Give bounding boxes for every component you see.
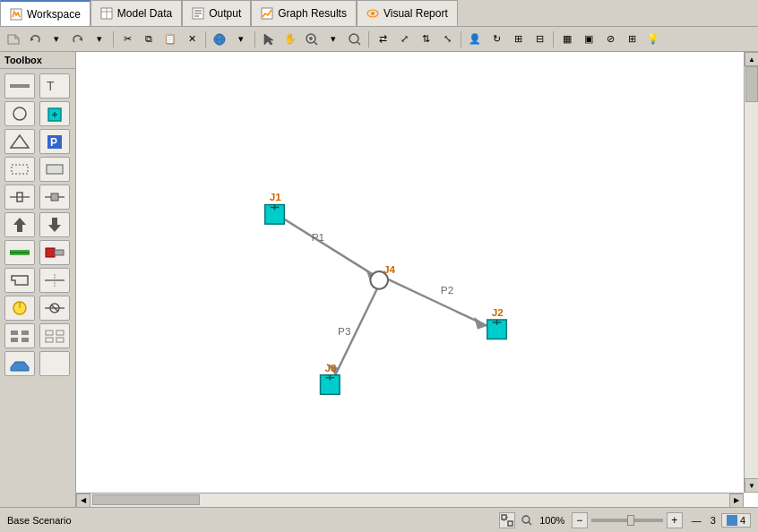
svg-rect-43 bbox=[55, 250, 64, 255]
svg-text:P: P bbox=[50, 136, 57, 149]
zoom-in-btn[interactable] bbox=[302, 30, 322, 49]
tool-empty[interactable] bbox=[39, 351, 70, 376]
sep3 bbox=[254, 31, 255, 47]
scroll-track[interactable] bbox=[745, 66, 758, 478]
svg-text:J4: J4 bbox=[383, 263, 396, 275]
paste-btn[interactable]: 📋 bbox=[160, 30, 180, 49]
scroll-left-btn[interactable]: ◀ bbox=[76, 493, 90, 508]
tab-graph-results[interactable]: Graph Results bbox=[251, 0, 357, 26]
distribute-btn[interactable]: ⊟ bbox=[530, 30, 549, 49]
redo-dropdown[interactable]: ▾ bbox=[90, 30, 109, 49]
svg-rect-82 bbox=[502, 515, 506, 519]
tool-circle-node[interactable] bbox=[4, 101, 35, 126]
sep5 bbox=[461, 31, 461, 47]
tool-arrow-up[interactable] bbox=[39, 212, 70, 237]
layers2-btn[interactable]: ▣ bbox=[579, 30, 599, 49]
tool-arrow-down[interactable] bbox=[4, 212, 35, 237]
undo-dropdown[interactable]: ▾ bbox=[47, 30, 66, 49]
move-btn[interactable]: ⤡ bbox=[437, 30, 457, 49]
tab-model-data[interactable]: Model Data bbox=[90, 0, 182, 26]
zoom-slider[interactable] bbox=[591, 519, 663, 522]
h-scroll-track[interactable] bbox=[90, 493, 729, 507]
table-icon bbox=[100, 7, 113, 20]
tool-line-up[interactable] bbox=[39, 268, 70, 293]
tool-pump[interactable] bbox=[4, 240, 35, 265]
sep2 bbox=[205, 31, 206, 47]
find-btn[interactable] bbox=[345, 30, 365, 49]
svg-rect-83 bbox=[508, 521, 513, 526]
tool-pipe-h[interactable] bbox=[4, 73, 35, 99]
delete-btn[interactable]: ✕ bbox=[182, 30, 202, 49]
svg-text:J1: J1 bbox=[270, 191, 282, 202]
info-btn[interactable]: 💡 bbox=[643, 30, 663, 49]
zoom-dropdown[interactable]: ▾ bbox=[323, 30, 343, 49]
zoom-controls: 100% − + bbox=[521, 512, 683, 528]
sep6 bbox=[553, 31, 554, 47]
layers-btn[interactable]: ▦ bbox=[557, 30, 577, 49]
copy-btn[interactable]: ⧉ bbox=[139, 30, 159, 49]
select-btn[interactable] bbox=[259, 30, 279, 49]
tool-bracket3[interactable] bbox=[4, 268, 35, 293]
zoom-in-status-btn[interactable]: + bbox=[667, 512, 683, 528]
svg-text:T: T bbox=[47, 79, 55, 93]
tabs-bar: Workspace Model Data Output Graph Result… bbox=[0, 0, 758, 27]
magnify-icon bbox=[521, 514, 533, 527]
tool-bracket-r[interactable] bbox=[39, 157, 70, 182]
vertical-scrollbar[interactable]: ▲ ▼ bbox=[744, 52, 758, 493]
tool-valve1[interactable] bbox=[4, 184, 35, 210]
pan-btn[interactable]: ✋ bbox=[280, 30, 300, 49]
tool-bracket-l[interactable] bbox=[4, 157, 35, 182]
tool-tray[interactable] bbox=[4, 351, 35, 376]
tool-grid1[interactable] bbox=[4, 323, 35, 348]
scroll-up-btn[interactable]: ▲ bbox=[745, 52, 758, 66]
fit-btn[interactable] bbox=[499, 512, 515, 528]
new-btn[interactable] bbox=[4, 30, 23, 49]
tool-triangle[interactable] bbox=[4, 129, 35, 154]
canvas-area[interactable]: J1 J4 J2 J3 P1 P2 P3 ▲ ▼ bbox=[76, 52, 758, 507]
resize-btn[interactable]: ⤢ bbox=[394, 30, 414, 49]
tool-circle2[interactable] bbox=[4, 296, 35, 321]
globe-dropdown[interactable]: ▾ bbox=[231, 30, 251, 49]
tab-output[interactable]: Output bbox=[182, 0, 251, 26]
zoom-percent: 100% bbox=[537, 515, 568, 526]
grid-btn[interactable]: ⊞ bbox=[622, 30, 642, 49]
svg-point-10 bbox=[371, 12, 375, 15]
cut-btn[interactable]: ✂ bbox=[117, 30, 137, 49]
no-entry-btn[interactable]: ⊘ bbox=[600, 30, 620, 49]
tool-red-comp[interactable] bbox=[39, 240, 70, 265]
globe-btn[interactable] bbox=[210, 30, 229, 49]
tab-visual-report[interactable]: Visual Report bbox=[357, 0, 458, 26]
svg-point-20 bbox=[349, 34, 358, 43]
scroll-right-btn[interactable]: ▶ bbox=[729, 493, 744, 508]
rotate-btn[interactable]: ↻ bbox=[487, 30, 506, 49]
tool-valve3[interactable] bbox=[39, 296, 70, 321]
svg-line-61 bbox=[386, 279, 487, 326]
person-btn[interactable]: 👤 bbox=[465, 30, 485, 49]
svg-text:J2: J2 bbox=[492, 306, 504, 318]
tool-junction-cyan[interactable] bbox=[39, 101, 70, 126]
align-btn[interactable]: ⊞ bbox=[508, 30, 528, 49]
toolbox-grid: T P bbox=[0, 69, 75, 381]
scroll-down-btn[interactable]: ▼ bbox=[745, 478, 758, 493]
nav-number: 3 bbox=[711, 515, 716, 526]
zoom-out-btn[interactable]: − bbox=[572, 512, 588, 528]
tool-icon bbox=[10, 8, 22, 21]
svg-marker-38 bbox=[48, 218, 61, 232]
flip-v-btn[interactable]: ⇅ bbox=[416, 30, 435, 49]
eye-icon bbox=[366, 7, 379, 20]
undo-btn[interactable] bbox=[25, 30, 45, 49]
toolbar: ▾ ▾ ✂ ⧉ 📋 ✕ ▾ ✋ ▾ ⇄ ⤢ ⇅ ⤡ 👤 ↻ ⊞ ⊟ ▦ ▣ ⊘ … bbox=[0, 27, 758, 52]
sep4 bbox=[368, 31, 369, 47]
h-scroll-thumb[interactable] bbox=[92, 494, 200, 505]
zoom-slider-thumb[interactable] bbox=[627, 515, 634, 526]
tool-valve2[interactable] bbox=[39, 184, 70, 210]
svg-rect-53 bbox=[11, 338, 18, 342]
scroll-thumb[interactable] bbox=[745, 66, 758, 102]
tool-parking[interactable]: P bbox=[39, 129, 70, 154]
horizontal-scrollbar[interactable]: ◀ ▶ bbox=[76, 493, 744, 507]
tab-workspace[interactable]: Workspace bbox=[0, 0, 90, 26]
redo-btn[interactable] bbox=[68, 30, 88, 49]
flip-h-btn[interactable]: ⇄ bbox=[373, 30, 392, 49]
tool-text[interactable]: T bbox=[39, 73, 70, 99]
tool-grid2[interactable] bbox=[39, 323, 70, 348]
